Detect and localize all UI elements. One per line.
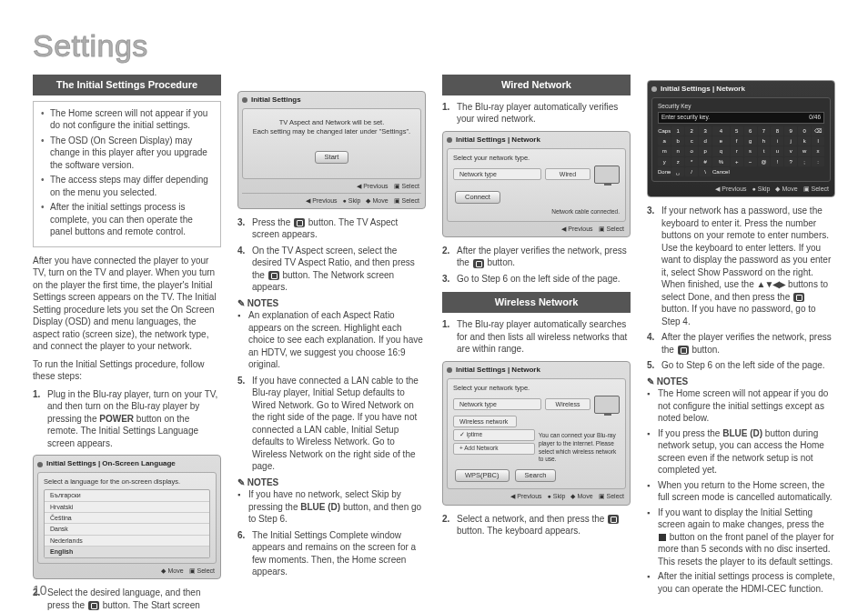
step-5: 5.If you have connected a LAN cable to t… — [237, 375, 426, 473]
key[interactable]: t — [758, 146, 771, 156]
key[interactable]: ; — [798, 157, 811, 166]
footer-previous: ◀ Previous — [306, 196, 337, 205]
key[interactable]: Cancel — [712, 167, 730, 176]
key[interactable]: 0 — [798, 126, 811, 135]
note-item: When you return to the Home screen, the … — [647, 479, 835, 504]
intro-paragraph: After you have connected the player to y… — [33, 255, 221, 353]
step-1: 1. Plug in the Blu-ray player, turn on y… — [33, 388, 221, 450]
key[interactable]: @ — [758, 157, 771, 166]
wireless-step-2: 2. Select a network, and then press the … — [442, 513, 631, 537]
footer-select: ▣ Select — [599, 492, 624, 500]
search-button[interactable]: Search — [515, 469, 557, 482]
key[interactable]: x — [812, 146, 824, 156]
key[interactable]: 8 — [771, 126, 783, 135]
key[interactable]: ~ — [744, 157, 757, 166]
key[interactable]: i — [771, 136, 783, 145]
shot-title: Initial Settings | Network — [456, 135, 540, 145]
box-bullet: The OSD (On Screen Display) may change i… — [41, 135, 213, 172]
lang-item[interactable]: Hrvatski — [45, 502, 209, 513]
key[interactable]: m — [658, 146, 671, 156]
key[interactable]: ␣ — [671, 167, 684, 176]
step-3: 3. Press the button. The TV Aspect scree… — [237, 216, 426, 241]
footer-previous: ◀ Previous — [357, 182, 388, 190]
key[interactable]: c — [685, 136, 698, 145]
key[interactable]: \ — [699, 167, 712, 176]
enter-icon — [678, 346, 689, 355]
footer-previous: ◀ Previous — [715, 185, 746, 193]
key[interactable]: u — [771, 146, 783, 156]
key[interactable]: s — [744, 146, 757, 156]
note-item: An explanation of each Aspect Ratio appe… — [237, 309, 426, 371]
key[interactable]: ! — [771, 157, 783, 166]
key[interactable]: / — [685, 167, 698, 176]
char-count: 0/46 — [809, 114, 821, 122]
key[interactable]: : — [812, 157, 824, 166]
step-4: 4. On the TV Aspect screen, select the d… — [237, 245, 426, 294]
step-text: button. — [485, 257, 515, 267]
key[interactable]: Done — [658, 167, 671, 176]
key[interactable]: j — [784, 136, 797, 145]
key[interactable]: Caps — [658, 126, 671, 135]
key[interactable]: 1 — [671, 126, 684, 135]
key[interactable]: 7 — [758, 126, 771, 135]
box-bullet: The Home screen will not appear if you d… — [41, 107, 213, 132]
cable-status: Network cable connected. — [453, 208, 620, 216]
key[interactable]: ? — [784, 157, 797, 166]
enter-icon — [793, 293, 804, 302]
lang-item[interactable]: Dansk — [45, 524, 209, 535]
key[interactable]: ⌫ — [812, 126, 824, 135]
key[interactable]: + — [731, 157, 743, 166]
network-type-value[interactable]: Wireless — [545, 398, 590, 410]
wired-step-2: 2. After the player verifies the network… — [442, 245, 631, 269]
key[interactable]: o — [685, 146, 698, 156]
key[interactable]: n — [671, 146, 684, 156]
lang-item[interactable]: Nederlands — [45, 536, 209, 547]
blue-d-label: BLUE (D) — [300, 502, 340, 512]
key[interactable]: w — [798, 146, 811, 156]
onscreen-keyboard[interactable]: Caps1234567890⌫abcdefghijklmnopqrstuvwxy… — [658, 126, 824, 176]
start-button[interactable]: Start — [315, 151, 349, 164]
key[interactable]: 4 — [712, 126, 730, 135]
lang-item[interactable]: Čeština — [45, 513, 209, 524]
key[interactable]: 2 — [685, 126, 698, 135]
enter-icon — [608, 515, 619, 524]
key[interactable]: b — [671, 136, 684, 145]
box-bullet: After the initial settings process is co… — [41, 201, 213, 238]
connect-button[interactable]: Connect — [455, 191, 500, 204]
key[interactable]: a — [658, 136, 671, 145]
key[interactable]: f — [731, 136, 743, 145]
add-network[interactable]: + Add Network — [453, 443, 535, 455]
key[interactable]: 3 — [699, 126, 712, 135]
key[interactable]: r — [731, 146, 743, 156]
key[interactable]: z — [671, 157, 684, 166]
wps-button[interactable]: WPS(PBC) — [455, 469, 510, 482]
key[interactable]: l — [812, 136, 824, 145]
step-text: If you have connected a LAN cable to the… — [252, 376, 419, 472]
key[interactable]: # — [699, 157, 712, 166]
lang-item-selected[interactable]: English — [45, 547, 209, 557]
note-item: If you have no network, select Skip by p… — [237, 488, 426, 526]
key[interactable]: v — [784, 146, 797, 156]
network-item[interactable]: ✓ iptime — [453, 429, 535, 441]
key[interactable]: q — [712, 146, 730, 156]
key[interactable]: g — [744, 136, 757, 145]
footer-select: ▣ Select — [394, 196, 419, 205]
lang-item[interactable]: Български — [45, 490, 209, 501]
key[interactable]: y — [658, 157, 671, 166]
key[interactable]: % — [712, 157, 730, 166]
key[interactable]: * — [685, 157, 698, 166]
key[interactable]: 6 — [744, 126, 757, 135]
language-list[interactable]: Български Hrvatski Čeština Dansk Nederla… — [44, 489, 210, 558]
footer-select: ▣ Select — [394, 182, 419, 190]
key[interactable]: 9 — [784, 126, 797, 135]
key[interactable]: h — [758, 136, 771, 145]
key[interactable]: d — [699, 136, 712, 145]
key[interactable]: k — [798, 136, 811, 145]
step-text: Select a network, and then press the — [457, 514, 607, 524]
initial-settings-box: The Home screen will not appear if you d… — [33, 101, 221, 247]
network-type-value[interactable]: Wired — [545, 168, 590, 180]
key[interactable]: e — [712, 136, 730, 145]
key[interactable]: 5 — [731, 126, 743, 135]
notes-label: NOTES — [237, 477, 426, 489]
key[interactable]: p — [699, 146, 712, 156]
